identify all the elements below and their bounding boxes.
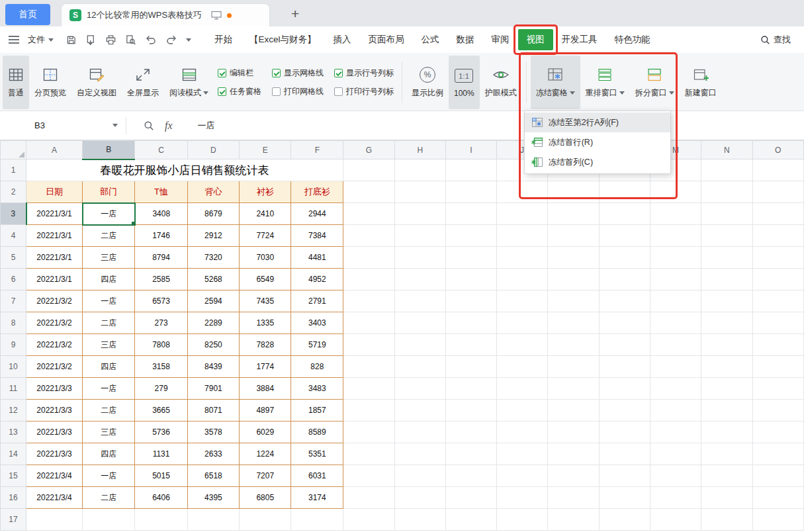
cell-H12[interactable] xyxy=(394,400,445,421)
ribbon-reading-mode-button[interactable]: 阅读模式 xyxy=(164,56,214,109)
cell-K15[interactable] xyxy=(548,465,599,487)
cell-L2[interactable] xyxy=(599,181,650,203)
cell-O7[interactable] xyxy=(752,290,804,312)
cell-D5[interactable]: 7320 xyxy=(187,247,239,269)
cell-N1[interactable] xyxy=(701,159,752,181)
ribbon-100-percent-button[interactable]: 1:1 100% xyxy=(449,56,480,109)
table-header-cell-C2[interactable]: T恤 xyxy=(135,181,187,203)
redo-icon[interactable] xyxy=(165,34,177,46)
cell-A16[interactable]: 20221/3/4 xyxy=(26,487,83,509)
table-header-cell-D2[interactable]: 背心 xyxy=(187,181,239,203)
cell-N11[interactable] xyxy=(701,378,752,400)
cell-N7[interactable] xyxy=(701,290,752,312)
ribbon-fullscreen-button[interactable]: 全屏显示 xyxy=(122,56,164,109)
cell-B5[interactable]: 三店 xyxy=(83,247,135,269)
cell-M8[interactable] xyxy=(650,312,701,334)
cell-E17[interactable] xyxy=(240,509,291,531)
cell-G1[interactable] xyxy=(343,159,394,181)
cell-D15[interactable]: 6518 xyxy=(187,465,239,487)
column-header-A[interactable]: A xyxy=(26,141,83,159)
cell-A3[interactable]: 20221/3/1 xyxy=(26,203,83,225)
cell-F8[interactable]: 3403 xyxy=(291,312,343,334)
checkbox-1[interactable]: 编辑栏 xyxy=(218,67,261,79)
cell-B12[interactable]: 二店 xyxy=(83,400,135,421)
cell-C12[interactable]: 3665 xyxy=(135,400,187,421)
ribbon-normal-view-button[interactable]: 普通 xyxy=(3,56,29,109)
cell-A17[interactable] xyxy=(26,509,83,531)
cell-I3[interactable] xyxy=(445,203,496,225)
ribbon-page-break-preview-button[interactable]: 分页预览 xyxy=(29,56,71,109)
file-menu-button[interactable]: 文件 xyxy=(26,31,55,48)
cell-N2[interactable] xyxy=(701,181,752,203)
cell-B16[interactable]: 二店 xyxy=(83,487,135,509)
cell-E6[interactable]: 6549 xyxy=(240,269,291,290)
cell-M12[interactable] xyxy=(650,400,701,421)
cell-O15[interactable] xyxy=(752,465,804,487)
cell-G7[interactable] xyxy=(343,290,394,312)
cell-M14[interactable] xyxy=(650,443,701,465)
table-header-cell-E2[interactable]: 衬衫 xyxy=(240,181,291,203)
cell-I1[interactable] xyxy=(445,159,496,181)
row-header-11[interactable]: 11 xyxy=(1,378,26,400)
cell-I14[interactable] xyxy=(445,443,496,465)
column-header-B[interactable]: B xyxy=(83,141,135,159)
row-header-17[interactable]: 17 xyxy=(1,509,26,531)
cell-C9[interactable]: 7808 xyxy=(135,334,187,356)
cell-A12[interactable]: 20221/3/3 xyxy=(26,400,83,421)
cell-B3[interactable]: 一店 xyxy=(83,203,135,225)
row-header-5[interactable]: 5 xyxy=(1,247,26,269)
print-preview-icon[interactable] xyxy=(125,34,136,46)
cell-N6[interactable] xyxy=(701,269,752,290)
cell-N14[interactable] xyxy=(701,443,752,465)
cell-M9[interactable] xyxy=(650,334,701,356)
column-header-I[interactable]: I xyxy=(445,141,496,159)
cell-K4[interactable] xyxy=(548,225,599,247)
save-icon[interactable] xyxy=(66,34,77,46)
menu-tab-8[interactable]: 视图 xyxy=(518,29,553,50)
menu-tab-6[interactable]: 数据 xyxy=(448,28,483,51)
cell-K17[interactable] xyxy=(548,509,599,531)
cell-I11[interactable] xyxy=(445,378,496,400)
cell-C14[interactable]: 1131 xyxy=(135,443,187,465)
table-header-cell-B2[interactable]: 部门 xyxy=(83,181,135,203)
cell-I6[interactable] xyxy=(445,269,496,290)
cell-F16[interactable]: 3174 xyxy=(291,487,343,509)
cell-K12[interactable] xyxy=(548,400,599,421)
cell-L13[interactable] xyxy=(599,421,650,443)
cell-M6[interactable] xyxy=(650,269,701,290)
row-header-10[interactable]: 10 xyxy=(1,356,26,378)
cell-F11[interactable]: 3483 xyxy=(291,378,343,400)
cell-O9[interactable] xyxy=(752,334,804,356)
cell-E15[interactable]: 7207 xyxy=(240,465,291,487)
hamburger-menu-icon[interactable] xyxy=(8,35,20,44)
cell-L8[interactable] xyxy=(599,312,650,334)
menu-tab-4[interactable]: 页面布局 xyxy=(360,28,413,51)
select-all-button[interactable] xyxy=(1,141,26,159)
cell-C6[interactable]: 2585 xyxy=(135,269,187,290)
cell-H6[interactable] xyxy=(394,269,445,290)
cell-O1[interactable] xyxy=(752,159,804,181)
cell-B8[interactable]: 二店 xyxy=(83,312,135,334)
cell-L11[interactable] xyxy=(599,378,650,400)
search-button[interactable]: 查找 xyxy=(760,34,796,46)
cell-A8[interactable]: 20221/3/2 xyxy=(26,312,83,334)
cell-D11[interactable]: 7901 xyxy=(187,378,239,400)
home-tab-button[interactable]: 首页 xyxy=(5,4,50,25)
cell-A15[interactable]: 20221/3/4 xyxy=(26,465,83,487)
cell-K7[interactable] xyxy=(548,290,599,312)
cell-N5[interactable] xyxy=(701,247,752,269)
cell-F7[interactable]: 2791 xyxy=(291,290,343,312)
cell-I16[interactable] xyxy=(445,487,496,509)
cell-M11[interactable] xyxy=(650,378,701,400)
cell-F13[interactable]: 8589 xyxy=(291,421,343,443)
cell-B15[interactable]: 一店 xyxy=(83,465,135,487)
cell-J13[interactable] xyxy=(497,421,548,443)
export-icon[interactable] xyxy=(85,34,97,46)
cell-H16[interactable] xyxy=(394,487,445,509)
cell-J7[interactable] xyxy=(497,290,548,312)
cell-A9[interactable]: 20221/3/2 xyxy=(26,334,83,356)
cell-L14[interactable] xyxy=(599,443,650,465)
insert-function-fx-button[interactable]: fx xyxy=(165,120,173,132)
row-header-12[interactable]: 12 xyxy=(1,400,26,421)
menu-tab-2[interactable]: 【Excel与财务】 xyxy=(241,28,325,51)
